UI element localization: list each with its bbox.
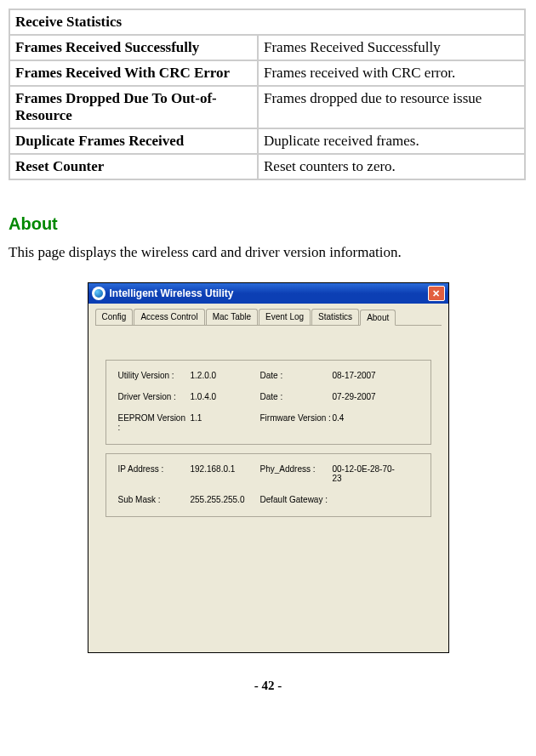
tabs-row: Config Access Control Mac Table Event Lo… — [95, 309, 442, 326]
utility-date-value: 08-17-2007 — [333, 371, 402, 380]
tab-event-log[interactable]: Event Log — [259, 309, 311, 325]
table-row: Duplicate Frames Received Duplicate rece… — [10, 129, 524, 153]
table-row: Reset Counter Reset counters to zero. — [10, 155, 524, 179]
tab-access-control[interactable]: Access Control — [134, 309, 204, 325]
driver-version-value: 1.0.4.0 — [191, 392, 260, 401]
page-number: - 42 - — [9, 679, 527, 693]
stat-value: Reset counters to zero. — [259, 155, 524, 179]
utility-window: Intelligent Wireless Utility ✕ Config Ac… — [88, 282, 449, 653]
receive-statistics-table: Receive Statistics Frames Received Succe… — [9, 9, 526, 180]
driver-date-value: 07-29-2007 — [333, 392, 402, 401]
utility-version-label: Utility Version : — [118, 371, 191, 380]
phy-address-label: Phy_Address : — [260, 464, 333, 483]
tab-statistics[interactable]: Statistics — [311, 309, 359, 325]
ip-address-value: 192.168.0.1 — [191, 464, 260, 483]
field-row: IP Address : 192.168.0.1 Phy_Address : 0… — [118, 464, 419, 483]
table-row: Frames Received Successfully Frames Rece… — [10, 36, 524, 60]
table-row: Frames Dropped Due To Out-of-Resource Fr… — [10, 87, 524, 128]
utility-date-label: Date : — [260, 371, 333, 380]
firmware-version-label: Firmware Version : — [260, 413, 333, 432]
field-row: Driver Version : 1.0.4.0 Date : 07-29-20… — [118, 392, 419, 401]
about-description: This page displays the wireless card and… — [9, 244, 527, 261]
firmware-version-value: 0.4 — [333, 413, 402, 432]
sub-mask-label: Sub Mask : — [118, 495, 191, 504]
phy-address-value: 00-12-0E-28-70-23 — [333, 464, 402, 483]
window-titlebar: Intelligent Wireless Utility ✕ — [88, 283, 448, 304]
ip-address-label: IP Address : — [118, 464, 191, 483]
field-row: Utility Version : 1.2.0.0 Date : 08-17-2… — [118, 371, 419, 380]
stat-value: Frames received with CRC error. — [259, 61, 524, 85]
stat-label: Frames Dropped Due To Out-of-Resource — [10, 87, 257, 128]
stat-value: Duplicate received frames. — [259, 129, 524, 153]
field-row: EEPROM Version : 1.1 Firmware Version : … — [118, 413, 419, 432]
table-row: Frames Received With CRC Error Frames re… — [10, 61, 524, 85]
sub-mask-value: 255.255.255.0 — [191, 495, 260, 504]
window-title: Intelligent Wireless Utility — [110, 287, 428, 299]
stat-label: Frames Received With CRC Error — [10, 61, 257, 85]
eeprom-version-label: EEPROM Version : — [118, 413, 191, 432]
eeprom-version-value: 1.1 — [191, 413, 260, 432]
stat-label: Duplicate Frames Received — [10, 129, 257, 153]
about-heading: About — [9, 214, 527, 234]
tab-mac-table[interactable]: Mac Table — [206, 309, 258, 325]
utility-version-value: 1.2.0.0 — [191, 371, 260, 380]
stats-header: Receive Statistics — [10, 10, 524, 34]
tab-config[interactable]: Config — [95, 309, 134, 325]
field-row: Sub Mask : 255.255.255.0 Default Gateway… — [118, 495, 419, 504]
close-icon[interactable]: ✕ — [428, 286, 445, 301]
app-icon — [92, 287, 105, 300]
stat-value: Frames dropped due to resource issue — [259, 87, 524, 128]
tab-about[interactable]: About — [360, 310, 396, 326]
stat-value: Frames Received Successfully — [259, 36, 524, 60]
stat-label: Frames Received Successfully — [10, 36, 257, 60]
stat-label: Reset Counter — [10, 155, 257, 179]
network-info-group: IP Address : 192.168.0.1 Phy_Address : 0… — [105, 453, 431, 517]
default-gateway-label: Default Gateway : — [260, 495, 333, 504]
driver-date-label: Date : — [260, 392, 333, 401]
driver-version-label: Driver Version : — [118, 392, 191, 401]
version-info-group: Utility Version : 1.2.0.0 Date : 08-17-2… — [105, 360, 431, 445]
window-body: Config Access Control Mac Table Event Lo… — [88, 304, 448, 652]
default-gateway-value — [333, 495, 402, 504]
